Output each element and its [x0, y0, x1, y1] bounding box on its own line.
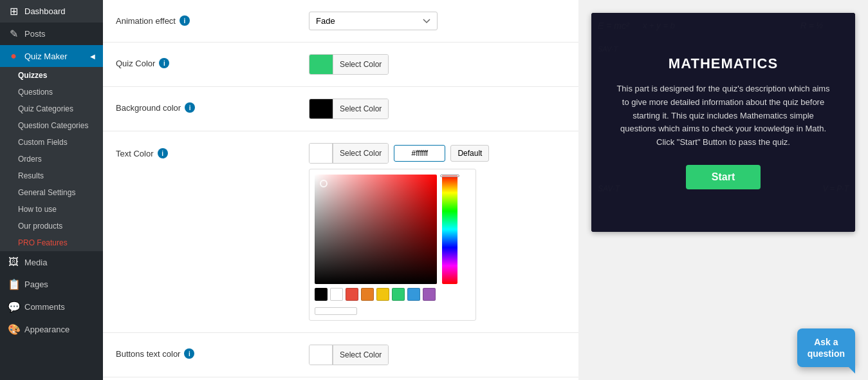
text-color-default-button[interactable]: Default — [450, 145, 489, 162]
quiz-color-swatch — [309, 54, 333, 75]
preset-white[interactable] — [330, 288, 343, 301]
ask-question-line1: Ask a — [814, 337, 838, 347]
buttons-text-color-button[interactable]: Select Color — [309, 345, 389, 365]
background-color-label: Background color i — [116, 99, 296, 113]
text-color-info-icon[interactable]: i — [158, 148, 168, 158]
animation-effect-info-icon[interactable]: i — [180, 15, 190, 26]
text-color-swatch — [309, 143, 333, 164]
sidebar-item-pro-features[interactable]: PRO Features — [0, 234, 103, 251]
quiz-preview-description: This part is designed for the quiz's des… — [614, 82, 833, 149]
sidebar-item-dashboard[interactable]: ⊞ Dashboard — [0, 0, 103, 23]
picker-row — [315, 175, 470, 284]
color-gradient[interactable] — [315, 175, 437, 284]
text-color-buttons: Select Color Default — [309, 143, 489, 164]
buttons-text-color-control: Select Color — [309, 345, 389, 365]
animation-effect-control: Fade Slide None — [309, 12, 438, 30]
quiz-preview-image: E = mc² x + y = b R = ½ SAV·T SAV·T V = … — [591, 13, 855, 232]
background-color-swatch — [309, 99, 333, 119]
color-picker — [309, 169, 476, 321]
sidebar-item-appearance[interactable]: 🎨 Appearance — [0, 318, 103, 341]
main-content: Animation effect i Fade Slide None Quiz … — [103, 0, 868, 380]
sidebar-item-orders[interactable]: Orders — [0, 151, 103, 167]
preset-red[interactable] — [346, 288, 358, 301]
color-hue-slider[interactable] — [442, 175, 457, 284]
quiz-start-button[interactable]: Start — [686, 165, 761, 189]
quizzes-label: Quizzes — [18, 71, 47, 80]
comments-label: Comments — [24, 302, 65, 312]
pages-icon: 📋 — [8, 278, 19, 290]
chevron-icon: ◀ — [90, 53, 95, 60]
quiz-categories-label: Quiz Categories — [18, 104, 73, 113]
quiz-maker-icon: ● — [8, 50, 19, 62]
picker-handle[interactable] — [320, 180, 328, 187]
text-color-label: Text Color i — [116, 143, 296, 158]
text-color-btn-label: Select Color — [333, 143, 388, 164]
opacity-row — [315, 305, 470, 315]
sidebar-item-media[interactable]: 🖼 Media — [0, 251, 103, 273]
appearance-label: Appearance — [24, 325, 69, 334]
results-label: Results — [18, 171, 44, 180]
sidebar-item-quiz-categories[interactable]: Quiz Categories — [0, 100, 103, 117]
sidebar-item-general-settings[interactable]: General Settings — [0, 184, 103, 201]
appearance-icon: 🎨 — [8, 323, 19, 336]
background-color-info-icon[interactable]: i — [185, 102, 195, 113]
sidebar-item-quiz-maker-label: Quiz Maker — [24, 52, 67, 61]
quiz-color-btn-label: Select Color — [333, 54, 388, 75]
slider-indicator — [440, 175, 459, 177]
text-color-control: Select Color Default — [309, 143, 489, 321]
sidebar-item-quizzes[interactable]: Quizzes — [0, 67, 103, 84]
color-slider-wrap — [442, 175, 457, 284]
sidebar-item-our-products[interactable]: Our products — [0, 218, 103, 234]
sidebar-item-results[interactable]: Results — [0, 167, 103, 184]
posts-icon: ✎ — [8, 28, 19, 40]
quiz-preview-title: MATHEMATICS — [669, 55, 778, 72]
background-color-row: Background color i Select Color — [103, 87, 578, 131]
animation-effect-select[interactable]: Fade Slide None — [309, 12, 438, 30]
buttons-text-color-btn-label: Select Color — [333, 345, 388, 365]
preset-purple[interactable] — [423, 288, 436, 301]
orders-label: Orders — [18, 155, 42, 164]
sidebar-item-custom-fields[interactable]: Custom Fields — [0, 134, 103, 151]
buttons-text-color-row: Buttons text color i Select Color — [103, 333, 578, 377]
buttons-text-color-info-icon[interactable]: i — [184, 348, 194, 359]
quiz-color-row: Quiz Color i Select Color — [103, 43, 578, 87]
general-settings-label: General Settings — [18, 188, 75, 197]
content-area: Animation effect i Fade Slide None Quiz … — [103, 0, 868, 380]
sidebar-item-question-categories[interactable]: Question Categories — [0, 117, 103, 134]
background-color-button[interactable]: Select Color — [309, 99, 389, 119]
text-color-button[interactable]: Select Color — [309, 143, 389, 164]
text-color-hex-input[interactable] — [394, 145, 445, 162]
sidebar-item-how-to-use[interactable]: How to use — [0, 201, 103, 218]
pages-label: Pages — [24, 280, 48, 289]
question-categories-label: Question Categories — [18, 121, 88, 130]
ask-question-bubble[interactable]: Ask a question — [797, 328, 855, 367]
questions-label: Questions — [18, 88, 53, 97]
sidebar-submenu: Quizzes Questions Quiz Categories Questi… — [0, 67, 103, 251]
sidebar-item-comments[interactable]: 💬 Comments — [0, 296, 103, 318]
preset-blue[interactable] — [407, 288, 420, 301]
preset-yellow[interactable] — [376, 288, 389, 301]
quiz-color-button[interactable]: Select Color — [309, 54, 389, 75]
how-to-use-label: How to use — [18, 205, 57, 214]
sidebar-item-posts[interactable]: ✎ Posts — [0, 23, 103, 45]
buttons-text-color-label: Buttons text color i — [116, 345, 296, 359]
sidebar-item-questions[interactable]: Questions — [0, 84, 103, 100]
pro-features-label: PRO Features — [18, 238, 68, 247]
preset-orange[interactable] — [361, 288, 374, 301]
dashboard-icon: ⊞ — [8, 5, 19, 17]
our-products-label: Our products — [18, 222, 62, 231]
background-color-btn-label: Select Color — [333, 99, 388, 119]
color-presets — [315, 288, 470, 301]
preset-black[interactable] — [315, 288, 328, 301]
quiz-color-label: Quiz Color i — [116, 54, 296, 68]
quiz-color-info-icon[interactable]: i — [159, 58, 169, 68]
quiz-color-control: Select Color — [309, 54, 389, 75]
ask-question-line2: question — [808, 348, 845, 359]
sidebar-item-quiz-maker[interactable]: ● Quiz Maker ◀ — [0, 45, 103, 67]
opacity-bar[interactable] — [315, 307, 357, 315]
sidebar-item-pages[interactable]: 📋 Pages — [0, 273, 103, 296]
text-color-row: Text Color i Select Color Default — [103, 131, 578, 333]
preset-green[interactable] — [392, 288, 405, 301]
settings-panel: Animation effect i Fade Slide None Quiz … — [103, 0, 578, 380]
buttons-text-color-swatch — [309, 345, 333, 365]
